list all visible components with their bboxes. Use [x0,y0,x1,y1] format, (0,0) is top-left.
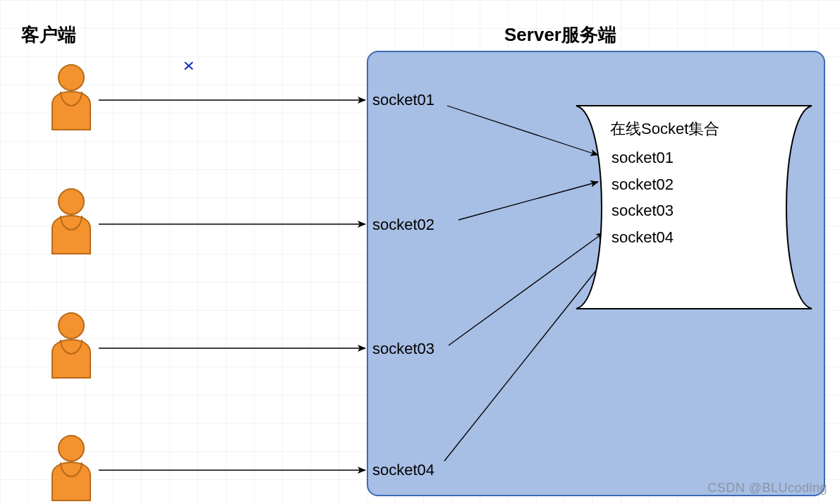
socket-label-1: socket01 [372,91,434,109]
collection-item: socket02 [603,171,719,197]
socket-label-2: socket02 [372,216,434,234]
socket-label-3: socket03 [372,340,434,358]
svg-point-4 [59,436,84,461]
socket-collection-box: 在线Socket集合 socket01 socket02 socket03 so… [575,104,813,310]
diagram-stage: 客户端 Server服务端 × 在线Socket集合 socket01 sock… [0,0,840,504]
collection-item: socket04 [603,224,719,250]
server-title: Server服务端 [504,23,616,47]
client-title: 客户端 [21,23,76,47]
collection-item: socket01 [603,145,719,171]
socket-label-4: socket04 [372,461,434,479]
collection-item: socket03 [603,197,719,223]
client-user-icon-4 [44,433,99,504]
socket-collection-content: 在线Socket集合 socket01 socket02 socket03 so… [603,116,719,250]
svg-point-2 [59,189,84,214]
svg-point-3 [59,313,84,338]
x-mark: × [183,55,195,77]
svg-point-1 [59,65,84,90]
watermark: CSDN @BLUcoding [707,481,827,496]
client-user-icon-2 [44,186,99,258]
collection-heading: 在线Socket集合 [603,116,719,142]
client-user-icon-3 [44,310,99,382]
client-user-icon-1 [44,62,99,134]
